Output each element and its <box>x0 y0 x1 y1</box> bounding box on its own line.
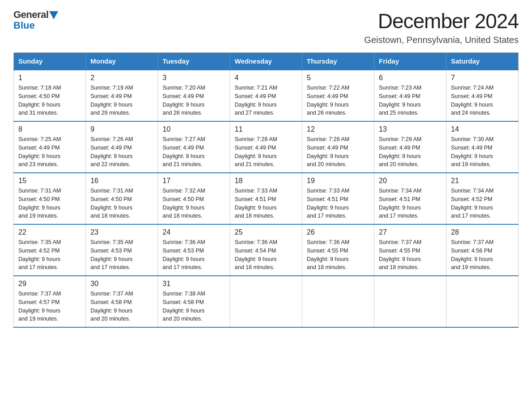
calendar-day-cell: 26Sunrise: 7:36 AMSunset: 4:55 PMDayligh… <box>302 224 374 276</box>
calendar-empty-cell <box>374 276 446 327</box>
day-info: Sunrise: 7:28 AMSunset: 4:49 PMDaylight:… <box>307 135 369 169</box>
calendar-day-cell: 22Sunrise: 7:35 AMSunset: 4:52 PMDayligh… <box>14 224 86 276</box>
calendar-header-monday: Monday <box>86 53 158 70</box>
calendar-day-cell: 19Sunrise: 7:33 AMSunset: 4:51 PMDayligh… <box>302 173 374 224</box>
day-number: 29 <box>18 280 81 288</box>
day-info: Sunrise: 7:33 AMSunset: 4:51 PMDaylight:… <box>235 187 297 220</box>
calendar-day-cell: 21Sunrise: 7:34 AMSunset: 4:52 PMDayligh… <box>446 173 519 224</box>
calendar-day-cell: 1Sunrise: 7:18 AMSunset: 4:50 PMDaylight… <box>14 70 86 121</box>
day-info: Sunrise: 7:18 AMSunset: 4:50 PMDaylight:… <box>18 84 81 117</box>
day-info: Sunrise: 7:34 AMSunset: 4:52 PMDaylight:… <box>451 187 514 220</box>
calendar-day-cell: 13Sunrise: 7:29 AMSunset: 4:49 PMDayligh… <box>374 121 446 173</box>
calendar-day-cell: 27Sunrise: 7:37 AMSunset: 4:55 PMDayligh… <box>374 224 446 276</box>
day-number: 11 <box>235 125 297 133</box>
logo: General Blue <box>13 9 58 31</box>
day-number: 2 <box>90 74 153 82</box>
calendar-header-thursday: Thursday <box>302 53 374 70</box>
day-info: Sunrise: 7:34 AMSunset: 4:51 PMDaylight:… <box>379 187 442 220</box>
day-info: Sunrise: 7:30 AMSunset: 4:49 PMDaylight:… <box>451 135 514 169</box>
calendar-day-cell: 29Sunrise: 7:37 AMSunset: 4:57 PMDayligh… <box>14 276 86 327</box>
day-info: Sunrise: 7:37 AMSunset: 4:56 PMDaylight:… <box>451 238 514 272</box>
day-info: Sunrise: 7:35 AMSunset: 4:52 PMDaylight:… <box>18 238 81 272</box>
day-info: Sunrise: 7:31 AMSunset: 4:50 PMDaylight:… <box>18 187 81 220</box>
day-number: 13 <box>379 125 442 133</box>
calendar-day-cell: 31Sunrise: 7:38 AMSunset: 4:58 PMDayligh… <box>158 276 230 327</box>
day-number: 19 <box>307 177 369 185</box>
page-title: December 2024 <box>364 9 519 33</box>
day-number: 8 <box>18 125 81 133</box>
calendar-day-cell: 25Sunrise: 7:36 AMSunset: 4:54 PMDayligh… <box>230 224 302 276</box>
day-info: Sunrise: 7:19 AMSunset: 4:49 PMDaylight:… <box>90 84 153 117</box>
calendar-header-friday: Friday <box>374 53 446 70</box>
day-number: 28 <box>451 228 514 236</box>
day-info: Sunrise: 7:33 AMSunset: 4:51 PMDaylight:… <box>307 187 369 220</box>
day-number: 23 <box>90 228 153 236</box>
logo-blue-text: Blue <box>13 20 35 31</box>
calendar-week-row: 1Sunrise: 7:18 AMSunset: 4:50 PMDaylight… <box>14 70 519 121</box>
day-number: 16 <box>90 177 153 185</box>
calendar-day-cell: 23Sunrise: 7:35 AMSunset: 4:53 PMDayligh… <box>86 224 158 276</box>
day-number: 1 <box>18 74 81 82</box>
day-number: 3 <box>163 74 225 82</box>
location-subtitle: Geistown, Pennsylvania, United States <box>364 35 519 45</box>
calendar-day-cell: 17Sunrise: 7:32 AMSunset: 4:50 PMDayligh… <box>158 173 230 224</box>
day-info: Sunrise: 7:35 AMSunset: 4:53 PMDaylight:… <box>90 238 153 272</box>
calendar-day-cell: 3Sunrise: 7:20 AMSunset: 4:49 PMDaylight… <box>158 70 230 121</box>
calendar-day-cell: 18Sunrise: 7:33 AMSunset: 4:51 PMDayligh… <box>230 173 302 224</box>
day-number: 25 <box>235 228 297 236</box>
day-number: 26 <box>307 228 369 236</box>
day-number: 5 <box>307 74 369 82</box>
day-info: Sunrise: 7:23 AMSunset: 4:49 PMDaylight:… <box>379 84 442 117</box>
day-info: Sunrise: 7:38 AMSunset: 4:58 PMDaylight:… <box>163 290 225 323</box>
calendar-day-cell: 4Sunrise: 7:21 AMSunset: 4:49 PMDaylight… <box>230 70 302 121</box>
calendar-header-row: SundayMondayTuesdayWednesdayThursdayFrid… <box>14 53 519 70</box>
day-number: 9 <box>90 125 153 133</box>
calendar-day-cell: 30Sunrise: 7:37 AMSunset: 4:58 PMDayligh… <box>86 276 158 327</box>
day-number: 21 <box>451 177 514 185</box>
day-info: Sunrise: 7:37 AMSunset: 4:58 PMDaylight:… <box>90 290 153 323</box>
day-info: Sunrise: 7:37 AMSunset: 4:55 PMDaylight:… <box>379 238 442 272</box>
calendar-header-sunday: Sunday <box>14 53 86 70</box>
day-info: Sunrise: 7:29 AMSunset: 4:49 PMDaylight:… <box>379 135 442 169</box>
day-info: Sunrise: 7:31 AMSunset: 4:50 PMDaylight:… <box>90 187 153 220</box>
calendar-day-cell: 20Sunrise: 7:34 AMSunset: 4:51 PMDayligh… <box>374 173 446 224</box>
calendar-week-row: 22Sunrise: 7:35 AMSunset: 4:52 PMDayligh… <box>14 224 519 276</box>
day-number: 12 <box>307 125 369 133</box>
calendar-day-cell: 12Sunrise: 7:28 AMSunset: 4:49 PMDayligh… <box>302 121 374 173</box>
day-number: 30 <box>90 280 153 288</box>
day-number: 15 <box>18 177 81 185</box>
calendar-day-cell: 24Sunrise: 7:36 AMSunset: 4:53 PMDayligh… <box>158 224 230 276</box>
day-info: Sunrise: 7:37 AMSunset: 4:57 PMDaylight:… <box>18 290 81 323</box>
day-number: 31 <box>163 280 225 288</box>
day-info: Sunrise: 7:24 AMSunset: 4:49 PMDaylight:… <box>451 84 514 117</box>
calendar-empty-cell <box>302 276 374 327</box>
calendar-header-tuesday: Tuesday <box>158 53 230 70</box>
day-info: Sunrise: 7:21 AMSunset: 4:49 PMDaylight:… <box>235 84 297 117</box>
day-info: Sunrise: 7:20 AMSunset: 4:49 PMDaylight:… <box>163 84 225 117</box>
day-number: 18 <box>235 177 297 185</box>
calendar-day-cell: 8Sunrise: 7:25 AMSunset: 4:49 PMDaylight… <box>14 121 86 173</box>
calendar-table: SundayMondayTuesdayWednesdayThursdayFrid… <box>13 52 519 328</box>
calendar-empty-cell <box>230 276 302 327</box>
day-info: Sunrise: 7:22 AMSunset: 4:49 PMDaylight:… <box>307 84 369 117</box>
day-info: Sunrise: 7:36 AMSunset: 4:53 PMDaylight:… <box>163 238 225 272</box>
logo-general-text: General <box>13 9 48 21</box>
day-info: Sunrise: 7:36 AMSunset: 4:54 PMDaylight:… <box>235 238 297 272</box>
day-number: 7 <box>451 74 514 82</box>
calendar-day-cell: 16Sunrise: 7:31 AMSunset: 4:50 PMDayligh… <box>86 173 158 224</box>
day-number: 27 <box>379 228 442 236</box>
day-info: Sunrise: 7:32 AMSunset: 4:50 PMDaylight:… <box>163 187 225 220</box>
calendar-day-cell: 6Sunrise: 7:23 AMSunset: 4:49 PMDaylight… <box>374 70 446 121</box>
day-number: 10 <box>163 125 225 133</box>
calendar-day-cell: 7Sunrise: 7:24 AMSunset: 4:49 PMDaylight… <box>446 70 519 121</box>
calendar-header-saturday: Saturday <box>446 53 519 70</box>
calendar-day-cell: 14Sunrise: 7:30 AMSunset: 4:49 PMDayligh… <box>446 121 519 173</box>
calendar-empty-cell <box>446 276 519 327</box>
page-header: General Blue December 2024 Geistown, Pen… <box>13 9 519 45</box>
calendar-week-row: 29Sunrise: 7:37 AMSunset: 4:57 PMDayligh… <box>14 276 519 327</box>
day-number: 6 <box>379 74 442 82</box>
day-number: 14 <box>451 125 514 133</box>
logo-arrow-icon <box>49 11 58 19</box>
day-info: Sunrise: 7:27 AMSunset: 4:49 PMDaylight:… <box>163 135 225 169</box>
calendar-day-cell: 9Sunrise: 7:26 AMSunset: 4:49 PMDaylight… <box>86 121 158 173</box>
